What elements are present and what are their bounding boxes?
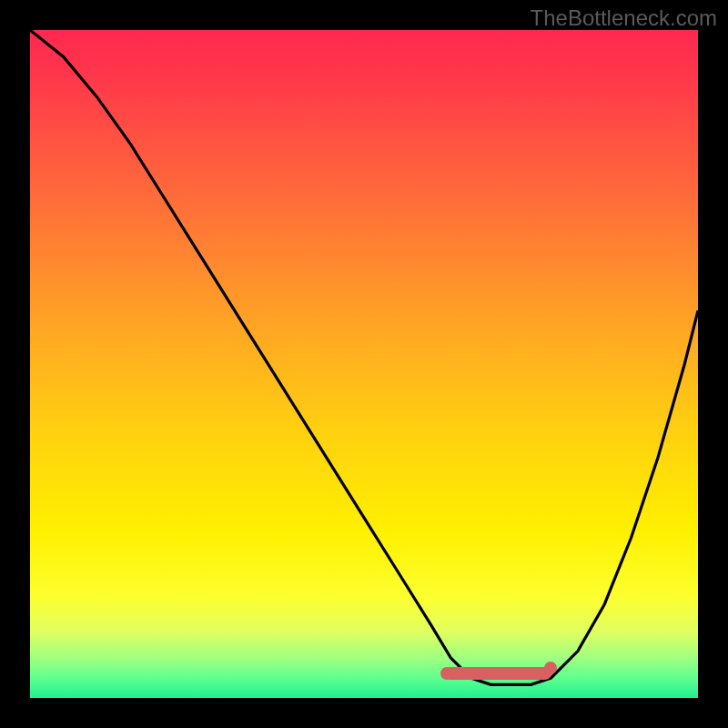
watermark-text: TheBottleneck.com <box>531 5 717 31</box>
optimal-range-dot-left <box>440 667 453 680</box>
bottleneck-curve <box>30 30 698 698</box>
plot-area <box>30 30 698 698</box>
optimal-range-dot-right <box>544 662 557 674</box>
optimal-range-marker <box>444 667 551 680</box>
